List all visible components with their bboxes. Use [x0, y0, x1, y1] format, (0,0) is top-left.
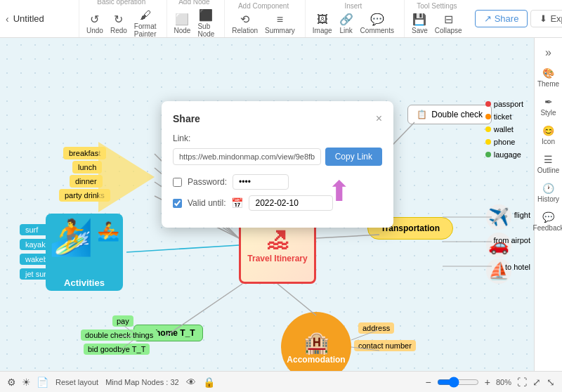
eye-icon[interactable]: 👁: [186, 377, 196, 388]
style-button[interactable]: ✒ Style: [536, 93, 561, 119]
zoom-value: 80%: [496, 378, 511, 386]
wallet-label: wallet: [494, 125, 514, 133]
add-node-label: Add Node: [178, 0, 209, 6]
relation-button[interactable]: ⟲Relation: [229, 13, 261, 36]
activities-box[interactable]: 🏄 🚣 Activities: [46, 214, 123, 291]
pay-node[interactable]: pay: [112, 315, 133, 327]
export-icon: ⬇: [540, 13, 547, 24]
valid-until-input[interactable]: [249, 195, 333, 211]
collapse-button[interactable]: ⊟Collapse: [432, 13, 465, 36]
mind-map-nodes-label: Mind Map Nodes : 32: [105, 378, 179, 386]
shrink-icon[interactable]: ⤡: [547, 377, 555, 388]
copy-link-arrow: ⬆: [327, 175, 351, 207]
icon-icon: 😊: [542, 125, 554, 136]
outline-button[interactable]: ☰ Outline: [536, 151, 561, 177]
zoom-slider[interactable]: [437, 377, 479, 388]
ticket-label: ticket: [494, 112, 512, 121]
collapse-panel-button[interactable]: »: [542, 44, 554, 62]
ticket-dot: [485, 114, 491, 119]
comments-button[interactable]: 💬Comments: [358, 13, 397, 36]
sub-node-button[interactable]: ⬛Sub Node: [195, 8, 217, 39]
document-title[interactable]: Untitled: [13, 13, 44, 24]
outline-icon: ☰: [544, 154, 553, 165]
sun-status-icon[interactable]: ☀: [22, 377, 31, 388]
password-checkbox[interactable]: [173, 178, 182, 187]
feedback-icon: 💬: [542, 211, 554, 223]
canvas: breakfast lunch dinner party drinks surf…: [0, 38, 562, 392]
share-button[interactable]: ↗ Share: [475, 10, 528, 27]
settings-status-icon[interactable]: ⚙: [7, 377, 16, 388]
insert-label: Insert: [344, 2, 362, 10]
right-panel: » 🎨 Theme ✒ Style 😊 Icon ☰ Outline 🕐 His…: [534, 38, 562, 392]
lock-icon[interactable]: 🔒: [203, 377, 215, 388]
statusbar: ⚙ ☀ 📄 Reset layout Mind Map Nodes : 32 👁…: [0, 371, 562, 392]
food-triangle-area: [98, 142, 155, 212]
luggage-dot: [485, 152, 491, 157]
history-button[interactable]: 🕐 History: [536, 180, 561, 206]
valid-until-label: Valid until:: [188, 198, 226, 208]
checklist: passport ticket wallet phone laugage: [485, 100, 523, 159]
modal-link-row: Copy Link: [173, 148, 382, 166]
zoom-out-icon[interactable]: −: [426, 377, 431, 388]
expand-icon[interactable]: ⤢: [532, 377, 541, 388]
phone-dot: [485, 139, 491, 145]
double-check-box[interactable]: 📋 Double check: [407, 105, 492, 124]
toolbar-title: ‹ Untitled: [6, 13, 76, 25]
center-emoji: 🏖: [266, 228, 289, 254]
checklist-item-wallet: wallet: [485, 125, 523, 133]
password-input[interactable]: [233, 174, 289, 190]
feedback-button[interactable]: 💬 Feedback: [536, 209, 561, 235]
valid-until-checkbox[interactable]: [173, 199, 182, 208]
zoom-in-icon[interactable]: +: [485, 377, 490, 388]
bid-goodbye-node[interactable]: bid goodbye T_T: [84, 344, 150, 355]
icon-button[interactable]: 😊 Icon: [536, 122, 561, 148]
dinner-node[interactable]: dinner: [70, 175, 103, 188]
tool-settings-label: Tool Settings: [417, 2, 457, 10]
address-node[interactable]: address: [358, 322, 394, 334]
lunch-node[interactable]: lunch: [72, 161, 102, 174]
export-button[interactable]: ⬇ Export: [530, 10, 562, 27]
back-arrow[interactable]: ‹: [6, 13, 9, 25]
save-button[interactable]: 💾Save: [409, 13, 431, 36]
image-button[interactable]: 🖼Image: [310, 13, 335, 36]
basic-operation-label: Basic operation: [97, 0, 145, 6]
add-node-section: Add Node ⬜Node ⬛Sub Node: [166, 0, 222, 37]
activities-water-emoji: 🚣: [97, 221, 119, 242]
redo-button[interactable]: ↻Redo: [107, 13, 130, 36]
accommodation-label: Accomodation: [287, 355, 345, 365]
fullscreen-icon[interactable]: ⛶: [517, 377, 527, 388]
modal-link-label: Link:: [173, 133, 382, 143]
toolbar: ‹ Untitled Basic operation ↺Undo ↻Redo 🖌…: [0, 0, 562, 38]
link-button[interactable]: 🔗Link: [336, 13, 356, 36]
theme-button[interactable]: 🎨 Theme: [536, 65, 561, 91]
from-airport-label: from airpot: [493, 236, 530, 244]
svg-marker-17: [98, 142, 155, 212]
tool-settings-section: Tool Settings 💾Save ⊟Collapse: [404, 0, 469, 37]
double-check-things-node[interactable]: double check things: [81, 329, 157, 341]
svg-line-4: [126, 245, 239, 252]
document-status-icon[interactable]: 📄: [37, 377, 48, 388]
svg-line-7: [277, 284, 316, 315]
phone-label: phone: [494, 138, 516, 146]
status-left: ⚙ ☀ 📄: [7, 377, 48, 388]
basic-operation-section: Basic operation ↺Undo ↻Redo 🖌Format Pain…: [79, 0, 164, 37]
checklist-item-ticket: ticket: [485, 112, 523, 121]
summary-button[interactable]: ≡Summary: [262, 13, 298, 36]
history-icon: 🕐: [542, 183, 554, 194]
theme-icon: 🎨: [542, 67, 554, 79]
modal-close-button[interactable]: ×: [376, 112, 382, 125]
contact-number-node[interactable]: contact number: [354, 340, 416, 351]
double-check-label: Double check: [431, 110, 483, 119]
insert-section: Insert 🖼Image 🔗Link 💬Comments: [305, 0, 401, 37]
share-modal: Share × Link: Copy Link Password: Valid …: [162, 101, 393, 228]
share-icon: ↗: [484, 13, 492, 24]
link-input[interactable]: [173, 148, 321, 165]
copy-link-button[interactable]: Copy Link: [325, 148, 382, 166]
status-right: − + 80% ⛶ ⤢ ⤡: [426, 377, 555, 388]
node-button[interactable]: ⬜Node: [171, 13, 194, 36]
luggage-label: laugage: [494, 150, 521, 159]
format-painter-button[interactable]: 🖌Format Painter: [131, 8, 159, 39]
calendar-icon: 📅: [231, 197, 243, 209]
undo-button[interactable]: ↺Undo: [84, 13, 106, 36]
reset-layout-button[interactable]: Reset layout: [55, 378, 98, 386]
